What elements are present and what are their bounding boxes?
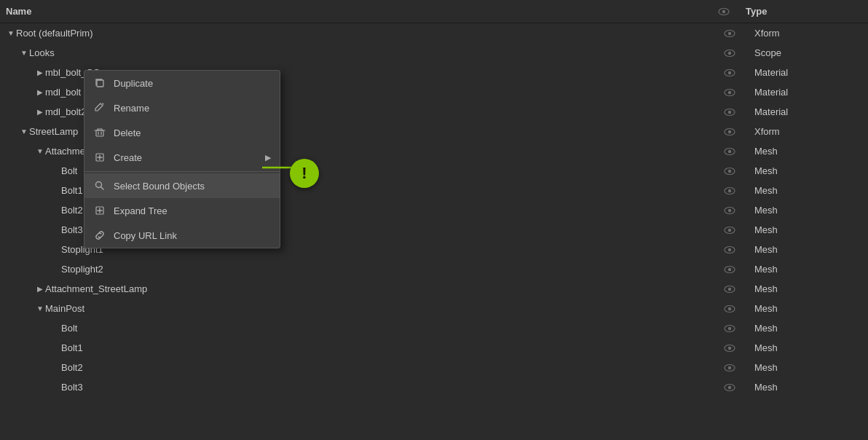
plus-icon	[93, 151, 106, 164]
menu-label-rename: Rename	[114, 103, 149, 114]
svg-point-27	[728, 267, 731, 270]
type-cell: Mesh	[751, 323, 868, 334]
svg-point-7	[728, 71, 731, 74]
type-cell: Mesh	[751, 303, 868, 314]
node-label: StreetLamp	[29, 126, 78, 137]
node-label: Bolt2	[61, 205, 83, 216]
annotation-badge: !	[290, 159, 319, 188]
context-menu: Duplicate Rename Delete	[84, 70, 280, 248]
eye-cell[interactable]	[708, 244, 751, 256]
svg-point-35	[728, 346, 731, 349]
arrow-icon: ▼	[35, 147, 45, 155]
type-cell: Mesh	[751, 382, 868, 393]
menu-item-rename[interactable]: Rename	[84, 95, 280, 120]
tree-row[interactable]: ▼ Root (defaultPrim) Xform	[0, 23, 868, 43]
arrow-icon: ▼	[6, 29, 16, 37]
eye-cell[interactable]	[708, 303, 751, 315]
eye-cell[interactable]	[708, 382, 751, 393]
svg-rect-40	[97, 80, 103, 87]
node-label: MainPost	[45, 303, 84, 314]
svg-point-37	[728, 366, 731, 369]
node-label: mdl_bolt2	[45, 106, 86, 117]
node-label: Bolt3	[61, 224, 83, 235]
arrow-icon: ▼	[19, 127, 29, 135]
tree-row[interactable]: Bolt3 Mesh	[0, 377, 868, 397]
svg-point-25	[728, 248, 731, 251]
menu-item-expand-tree[interactable]: Expand Tree	[84, 198, 280, 223]
arrow-icon: ▶	[35, 68, 45, 76]
svg-point-17	[728, 169, 731, 172]
menu-label-select-bound: Select Bound Objects	[114, 181, 205, 192]
eye-cell[interactable]	[708, 165, 751, 177]
tree-row[interactable]: Bolt Mesh	[0, 318, 868, 338]
arrow-icon: ▶	[35, 285, 45, 293]
eye-cell[interactable]	[708, 87, 751, 98]
eye-cell[interactable]	[708, 28, 751, 39]
eye-cell[interactable]	[708, 362, 751, 374]
menu-item-select-bound[interactable]: Select Bound Objects	[84, 173, 280, 198]
type-cell: Xform	[751, 28, 868, 39]
menu-item-copy-url[interactable]: Copy URL Link	[84, 223, 280, 248]
node-label: Bolt2	[61, 362, 83, 373]
header-eye	[702, 6, 746, 17]
tree-row[interactable]: Bolt1 Mesh	[0, 338, 868, 358]
svg-point-21	[728, 208, 731, 211]
arrow-icon: ▼	[35, 305, 45, 313]
menu-label-copy-url: Copy URL Link	[114, 230, 177, 241]
header-name: Name	[6, 6, 702, 17]
svg-point-39	[728, 385, 731, 388]
menu-label-delete: Delete	[114, 127, 141, 138]
eye-cell[interactable]	[708, 205, 751, 216]
svg-point-5	[728, 51, 731, 54]
type-cell: Mesh	[751, 283, 868, 294]
eye-cell[interactable]	[708, 224, 751, 236]
svg-point-3	[728, 31, 731, 34]
tree-row[interactable]: Stoplight2 Mesh	[0, 259, 868, 279]
menu-label-expand-tree: Expand Tree	[114, 205, 167, 216]
menu-label-duplicate: Duplicate	[114, 78, 153, 89]
eye-cell[interactable]	[708, 323, 751, 334]
node-label: mdl_bolt	[45, 87, 81, 98]
type-cell: Material	[751, 67, 868, 78]
node-label: Bolt	[61, 165, 77, 176]
node-label: Bolt3	[61, 382, 83, 393]
eye-cell[interactable]	[708, 342, 751, 354]
eye-cell[interactable]	[708, 146, 751, 157]
eye-cell[interactable]	[708, 264, 751, 275]
svg-point-9	[728, 90, 731, 93]
type-cell: Scope	[751, 47, 868, 58]
type-cell: Mesh	[751, 224, 868, 235]
type-cell: Material	[751, 87, 868, 98]
svg-point-13	[728, 130, 731, 133]
menu-label-create: Create	[114, 152, 142, 163]
type-cell: Mesh	[751, 342, 868, 353]
tree-row[interactable]: ▼ MainPost Mesh	[0, 299, 868, 318]
svg-point-23	[728, 228, 731, 231]
eye-cell[interactable]	[708, 126, 751, 138]
eye-cell[interactable]	[708, 185, 751, 197]
tree-row[interactable]: ▼ Looks Scope	[0, 43, 868, 63]
type-cell: Mesh	[751, 264, 868, 275]
node-label: Bolt1	[61, 185, 83, 196]
eye-cell[interactable]	[708, 67, 751, 79]
arrow-icon: ▼	[19, 49, 29, 57]
menu-item-create[interactable]: Create ▶	[84, 145, 280, 170]
eye-cell[interactable]	[708, 283, 751, 295]
svg-point-1	[722, 9, 725, 12]
svg-point-15	[728, 149, 731, 152]
eye-cell[interactable]	[708, 47, 751, 59]
menu-item-duplicate[interactable]: Duplicate	[84, 71, 280, 95]
type-cell: Mesh	[751, 165, 868, 176]
link-icon	[93, 229, 106, 242]
type-cell: Mesh	[751, 205, 868, 216]
svg-point-19	[728, 189, 731, 192]
type-cell: Mesh	[751, 146, 868, 157]
menu-item-delete[interactable]: Delete	[84, 120, 280, 145]
tree-row[interactable]: Bolt2 Mesh	[0, 358, 868, 377]
tree-row[interactable]: ▶ Attachment_StreetLamp Mesh	[0, 279, 868, 299]
eye-cell[interactable]	[708, 106, 751, 118]
type-cell: Mesh	[751, 185, 868, 196]
arrow-icon: ▶	[35, 108, 45, 116]
tree-header: Name Type	[0, 0, 868, 23]
svg-line-44	[101, 187, 104, 190]
